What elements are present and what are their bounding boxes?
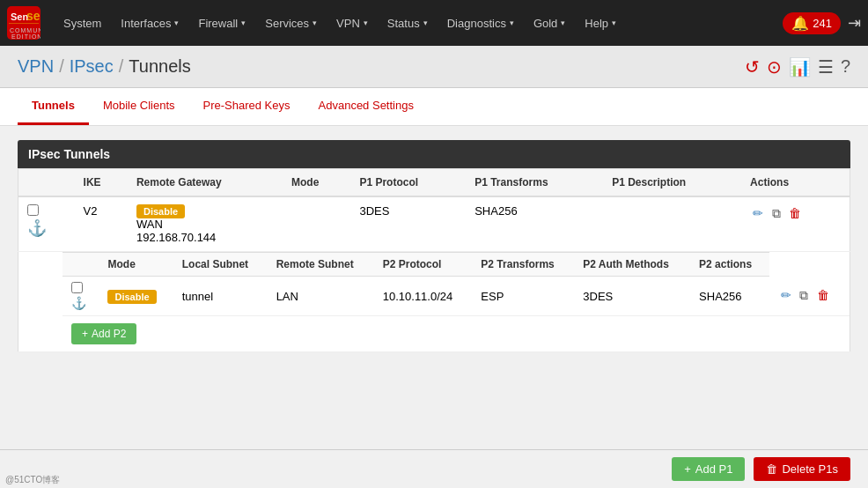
sub-checkbox-cell: ⚓	[63, 277, 99, 316]
breadcrumb-sep1: /	[59, 56, 64, 77]
navbar: Sen se COMMUNITY EDITION System Interfac…	[0, 0, 868, 46]
table-header-row: IKE Remote Gateway Mode P1 Protocol P1 T…	[18, 169, 850, 197]
row-ike-cell: V2	[75, 196, 128, 252]
nav-item-firewall[interactable]: Firewall ▾	[189, 11, 254, 35]
sub-local-subnet-cell: LAN	[268, 277, 374, 316]
sub-p2-transforms-cell: 3DES	[574, 277, 690, 316]
sub-remote-subnet-cell: 10.10.11.0/24	[374, 277, 473, 316]
help-icon[interactable]: ?	[841, 56, 850, 77]
copy-p1-button[interactable]: ⧉	[769, 204, 783, 223]
col-remote-gateway: Remote Gateway	[128, 169, 283, 197]
row-checkbox-cell: ⚓	[18, 196, 75, 252]
sub-status-badge: Disable	[107, 290, 156, 304]
col-checkbox	[18, 169, 75, 197]
navbar-right: 🔔 241 ⇥	[783, 12, 861, 34]
sub-row-checkbox[interactable]	[71, 282, 83, 293]
svg-text:COMMUNITY: COMMUNITY	[10, 27, 40, 33]
sub-actions-cell: ✏ ⧉ 🗑	[769, 277, 850, 316]
copy-p2-button[interactable]: ⧉	[797, 286, 811, 305]
section-header: IPsec Tunnels	[18, 140, 850, 168]
nav-item-system[interactable]: System	[55, 11, 110, 35]
row-checkbox[interactable]	[27, 204, 39, 216]
alert-count: 241	[813, 17, 832, 30]
remote-gw-line1: WAN	[136, 218, 163, 231]
list-icon[interactable]: ☰	[818, 56, 834, 78]
sub-table-data-row: ⚓ Disable tunnel LAN 10.10.11.0/24 ESP 3…	[63, 277, 850, 316]
nav-item-vpn[interactable]: VPN ▾	[327, 11, 377, 35]
col-mode: Mode	[283, 169, 350, 197]
nav-item-services[interactable]: Services ▾	[256, 11, 326, 35]
nav-item-help[interactable]: Help ▾	[576, 11, 625, 35]
sub-col-local-subnet: Local Subnet	[173, 253, 268, 277]
breadcrumb-bar: VPN / IPsec / Tunnels ↺ ⊙ 📊 ☰ ?	[0, 46, 868, 88]
row-remote-gw-cell: Disable WAN 192.168.70.144	[128, 196, 283, 252]
col-p1-transforms: P1 Transforms	[466, 169, 603, 197]
brand-logo-area: Sen se COMMUNITY EDITION	[7, 6, 46, 40]
tab-tunnels[interactable]: Tunnels	[18, 88, 89, 125]
add-icon: +	[82, 328, 88, 340]
row-actions-cell: ✏ ⧉ 🗑	[741, 196, 850, 252]
col-actions: Actions	[741, 169, 850, 197]
col-ike: IKE	[75, 169, 128, 197]
row-p1-transforms-cell: SHA256	[466, 196, 603, 252]
tabs-bar: Tunnels Mobile Clients Pre-Shared Keys A…	[0, 88, 868, 126]
sub-header-row: Mode Local Subnet Remote Subnet P2 Proto…	[63, 253, 850, 277]
breadcrumb: VPN / IPsec / Tunnels	[18, 56, 191, 77]
delete-p1-button[interactable]: 🗑	[786, 204, 804, 222]
nav-item-status[interactable]: Status ▾	[379, 11, 437, 35]
edit-p2-button[interactable]: ✏	[778, 286, 794, 304]
play-icon[interactable]: ⊙	[767, 56, 782, 78]
row-p1-description-cell	[603, 196, 741, 252]
nav-menu: System Interfaces ▾ Firewall ▾ Services …	[55, 11, 625, 35]
bell-icon: 🔔	[791, 15, 809, 32]
add-p2-button[interactable]: + Add P2	[71, 323, 136, 344]
svg-text:EDITION: EDITION	[11, 33, 40, 40]
svg-rect-3	[9, 23, 39, 24]
pfsense-logo-icon: Sen se COMMUNITY EDITION	[7, 6, 40, 40]
tab-pre-shared-keys[interactable]: Pre-Shared Keys	[189, 88, 305, 125]
table-row: ⚓ V2 Disable WAN 192.168.70.144 3DES SHA…	[18, 196, 850, 252]
sub-col-mode: Mode	[99, 253, 173, 277]
alert-badge[interactable]: 🔔 241	[783, 12, 841, 34]
sub-p2-protocol-cell: ESP	[472, 277, 574, 316]
ipsec-tunnels-table: IKE Remote Gateway Mode P1 Protocol P1 T…	[18, 168, 850, 352]
remote-gw-line2: 192.168.70.144	[136, 231, 216, 244]
edit-p1-button[interactable]: ✏	[750, 204, 766, 222]
sub-col-remote-subnet: Remote Subnet	[268, 253, 374, 277]
sub-col-p2-protocol: P2 Protocol	[374, 253, 473, 277]
anchor-icon: ⚓	[27, 219, 47, 237]
tab-mobile-clients[interactable]: Mobile Clients	[89, 88, 189, 125]
sub-col-checkbox	[63, 253, 99, 277]
delete-p2-button[interactable]: 🗑	[814, 286, 832, 304]
p2-table: Mode Local Subnet Remote Subnet P2 Proto…	[63, 252, 850, 316]
sub-p2-auth-cell: SHA256	[690, 277, 769, 316]
nav-item-interfaces[interactable]: Interfaces ▾	[112, 11, 188, 35]
svg-text:se: se	[26, 9, 40, 23]
breadcrumb-actions: ↺ ⊙ 📊 ☰ ?	[745, 56, 850, 78]
refresh-icon[interactable]: ↺	[745, 56, 760, 78]
sub-col-p2-transforms: P2 Transforms	[472, 253, 574, 277]
breadcrumb-ipsec[interactable]: IPsec	[70, 56, 114, 77]
sub-table-cell: Mode Local Subnet Remote Subnet P2 Proto…	[18, 252, 850, 352]
tab-advanced-settings[interactable]: Advanced Settings	[305, 88, 428, 125]
logout-icon[interactable]: ⇥	[848, 13, 861, 33]
tabs-list: Tunnels Mobile Clients Pre-Shared Keys A…	[18, 88, 850, 125]
col-p1-description: P1 Description	[603, 169, 741, 197]
sub-status-cell: Disable	[99, 277, 173, 316]
breadcrumb-vpn[interactable]: VPN	[18, 56, 54, 77]
breadcrumb-current: Tunnels	[129, 56, 190, 77]
sub-mode-cell: tunnel	[173, 277, 268, 316]
status-badge: Disable	[136, 204, 185, 218]
sub-col-p2-auth: P2 Auth Methods	[574, 253, 690, 277]
nav-item-diagnostics[interactable]: Diagnostics ▾	[438, 11, 523, 35]
breadcrumb-sep2: /	[119, 56, 124, 77]
chart-icon[interactable]: 📊	[789, 56, 811, 78]
sub-anchor-icon: ⚓	[71, 296, 86, 310]
row-p1-protocol-cell: 3DES	[350, 196, 466, 252]
sub-col-p2-actions: P2 actions	[690, 253, 769, 277]
nav-item-gold[interactable]: Gold ▾	[525, 11, 574, 35]
row-mode-cell	[283, 196, 350, 252]
sub-table-row: Mode Local Subnet Remote Subnet P2 Proto…	[18, 252, 850, 352]
main-content: IPsec Tunnels IKE Remote Gateway Mode P1…	[0, 126, 868, 366]
col-p1-protocol: P1 Protocol	[350, 169, 466, 197]
